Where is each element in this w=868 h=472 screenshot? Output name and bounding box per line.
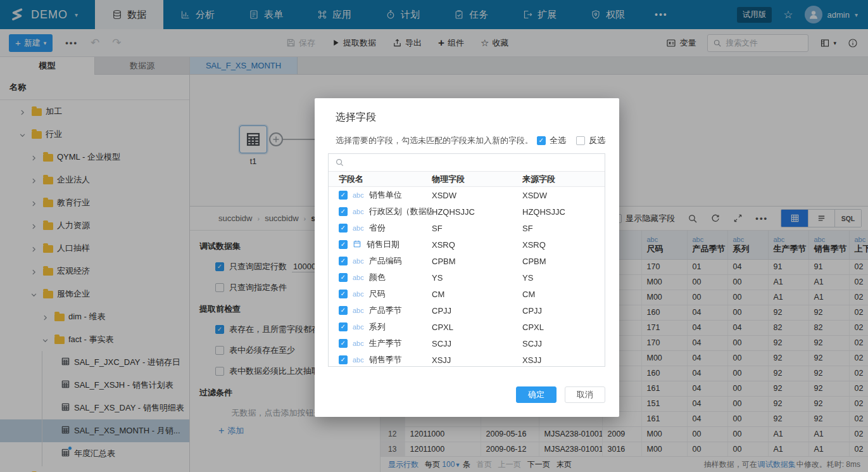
physical-field: YS	[432, 273, 522, 283]
source-field: CPJJ	[522, 306, 605, 316]
field-checkbox[interactable]	[339, 273, 348, 282]
field-checkbox[interactable]	[339, 257, 348, 265]
field-name: 系列	[369, 321, 386, 333]
field-checkbox[interactable]	[339, 355, 348, 364]
search-icon	[335, 158, 344, 167]
fields-table: 字段名 物理字段 来源字段 abc销售单位XSDWXSDWabc行政区划（数据级…	[328, 153, 605, 367]
field-checkbox[interactable]	[339, 240, 348, 249]
field-name: 尺码	[369, 288, 386, 300]
field-name: 行政区划（数据级...	[369, 206, 432, 217]
field-row: abc产品编码CPBMCPBM	[329, 253, 605, 269]
field-checkbox[interactable]	[339, 339, 348, 348]
fields-table-header: 字段名 物理字段 来源字段	[329, 171, 605, 187]
physical-field: CPBM	[432, 257, 522, 266]
date-type-icon	[353, 239, 362, 250]
checkbox-icon	[576, 136, 585, 145]
dialog-description: 选择需要的字段，勾选未匹配的字段来加入新的字段。	[336, 135, 533, 146]
field-checkbox[interactable]	[339, 306, 348, 315]
field-row: abc系列CPXLCPXL	[329, 319, 605, 335]
fields-search-box	[329, 154, 605, 171]
dialog-title: 选择字段	[315, 98, 619, 124]
source-field: XSDW	[522, 191, 605, 200]
physical-field: XSJJ	[432, 355, 522, 365]
field-row: abc销售单位XSDWXSDW	[329, 187, 605, 203]
physical-field: CPXL	[432, 322, 522, 332]
physical-field: HZQHSJJC	[432, 207, 522, 217]
field-name: 颜色	[369, 272, 386, 283]
cancel-button[interactable]: 取消	[565, 386, 605, 403]
field-name: 产品季节	[369, 305, 402, 316]
column-header-physical-field: 物理字段	[432, 174, 522, 185]
dialog-description-row: 选择需要的字段，勾选未匹配的字段来加入新的字段。 全选 反选	[336, 135, 605, 146]
field-checkbox[interactable]	[339, 322, 348, 331]
column-header-source-field: 来源字段	[522, 174, 605, 185]
field-checkbox[interactable]	[339, 207, 348, 216]
field-row: abc生产季节SCJJSCJJ	[329, 335, 605, 352]
physical-field: CM	[432, 290, 522, 299]
select-all-checkbox[interactable]: 全选	[537, 135, 566, 146]
source-field: CPBM	[522, 257, 605, 266]
dialog-footer: 确定 取消	[516, 386, 605, 403]
field-row: 销售日期XSRQXSRQ	[329, 236, 605, 253]
physical-field: SF	[432, 224, 522, 233]
select-fields-dialog: 选择字段 选择需要的字段，勾选未匹配的字段来加入新的字段。 全选 反选 字段名 …	[315, 98, 619, 417]
field-row: abc颜色YSYS	[329, 269, 605, 286]
source-field: CPXL	[522, 322, 605, 332]
field-name: 销售季节	[369, 354, 402, 366]
text-type-icon: abc	[353, 307, 364, 314]
text-type-icon: abc	[353, 290, 364, 298]
fields-search-input[interactable]	[348, 158, 605, 167]
field-name: 省份	[369, 222, 386, 234]
field-checkbox[interactable]	[339, 191, 348, 200]
source-field: XSRQ	[522, 240, 605, 250]
source-field: SF	[522, 224, 605, 233]
text-type-icon: abc	[353, 208, 364, 215]
text-type-icon: abc	[353, 257, 364, 265]
field-name: 生产季节	[369, 338, 402, 349]
source-field: CM	[522, 290, 605, 299]
field-name: 产品编码	[369, 255, 402, 267]
physical-field: XSDW	[432, 191, 522, 200]
field-row: abc尺码CMCM	[329, 286, 605, 302]
text-type-icon: abc	[353, 224, 364, 232]
selection-controls: 全选 反选	[537, 135, 605, 146]
source-field: HZQHSJJC	[522, 207, 605, 217]
physical-field: XSRQ	[432, 240, 522, 250]
text-type-icon: abc	[353, 323, 364, 331]
text-type-icon: abc	[353, 191, 364, 199]
source-field: SCJJ	[522, 339, 605, 348]
field-row: abc行政区划（数据级...HZQHSJJCHZQHSJJC	[329, 203, 605, 220]
checkbox-icon	[537, 136, 546, 145]
source-field: XSJJ	[522, 355, 605, 365]
physical-field: SCJJ	[432, 339, 522, 348]
physical-field: CPJJ	[432, 306, 522, 316]
ok-button[interactable]: 确定	[516, 386, 557, 403]
fields-table-body: abc销售单位XSDWXSDWabc行政区划（数据级...HZQHSJJCHZQ…	[329, 187, 605, 366]
field-row: abc省份SFSF	[329, 220, 605, 236]
column-header-field-name: 字段名	[329, 174, 432, 185]
field-row: abc产品季节CPJJCPJJ	[329, 302, 605, 319]
field-checkbox[interactable]	[339, 224, 348, 233]
invert-selection-checkbox[interactable]: 反选	[576, 135, 605, 146]
field-checkbox[interactable]	[339, 290, 348, 298]
text-type-icon: abc	[353, 274, 364, 281]
text-type-icon: abc	[353, 340, 364, 347]
field-row: abc销售季节XSJJXSJJ	[329, 352, 605, 366]
source-field: YS	[522, 273, 605, 283]
text-type-icon: abc	[353, 356, 364, 364]
field-name: 销售单位	[369, 189, 402, 201]
field-name: 销售日期	[367, 239, 399, 250]
